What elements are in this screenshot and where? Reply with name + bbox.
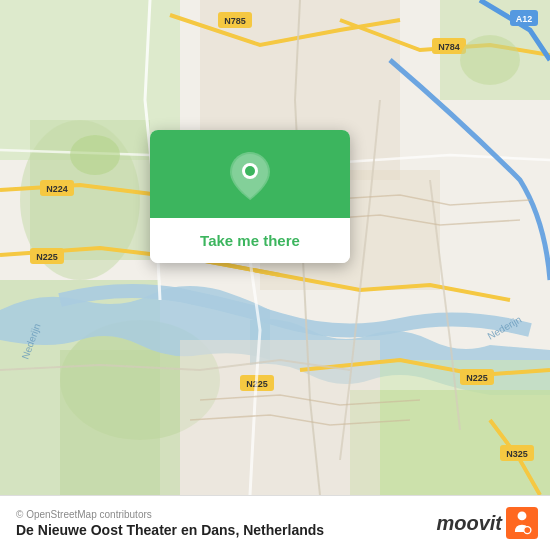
svg-text:N224: N224 xyxy=(46,184,68,194)
take-me-there-button[interactable]: Take me there xyxy=(150,218,350,263)
popup-card: Take me there xyxy=(150,130,350,263)
svg-rect-6 xyxy=(60,350,180,495)
svg-text:N785: N785 xyxy=(224,16,246,26)
svg-point-36 xyxy=(518,511,527,520)
location-pin-icon xyxy=(228,154,272,198)
svg-text:A12: A12 xyxy=(516,14,533,24)
svg-text:N784: N784 xyxy=(438,42,460,52)
svg-point-32 xyxy=(460,35,520,85)
moovit-logo: moovit xyxy=(436,507,538,539)
svg-point-31 xyxy=(70,135,120,175)
map-container[interactable]: N785 N784 A12 N224 N225 N225 N225 N325 xyxy=(0,0,550,495)
moovit-icon xyxy=(506,507,538,539)
svg-text:N325: N325 xyxy=(506,449,528,459)
place-name: De Nieuwe Oost Theater en Dans, Netherla… xyxy=(16,522,324,538)
svg-text:N225: N225 xyxy=(466,373,488,383)
moovit-text: moovit xyxy=(436,512,502,535)
bottom-bar: © OpenStreetMap contributors De Nieuwe O… xyxy=(0,495,550,550)
copyright-text: © OpenStreetMap contributors xyxy=(16,509,324,520)
svg-point-34 xyxy=(245,166,255,176)
popup-green-area xyxy=(150,130,350,218)
svg-point-37 xyxy=(524,527,531,534)
bottom-info: © OpenStreetMap contributors De Nieuwe O… xyxy=(16,509,324,538)
svg-text:N225: N225 xyxy=(36,252,58,262)
